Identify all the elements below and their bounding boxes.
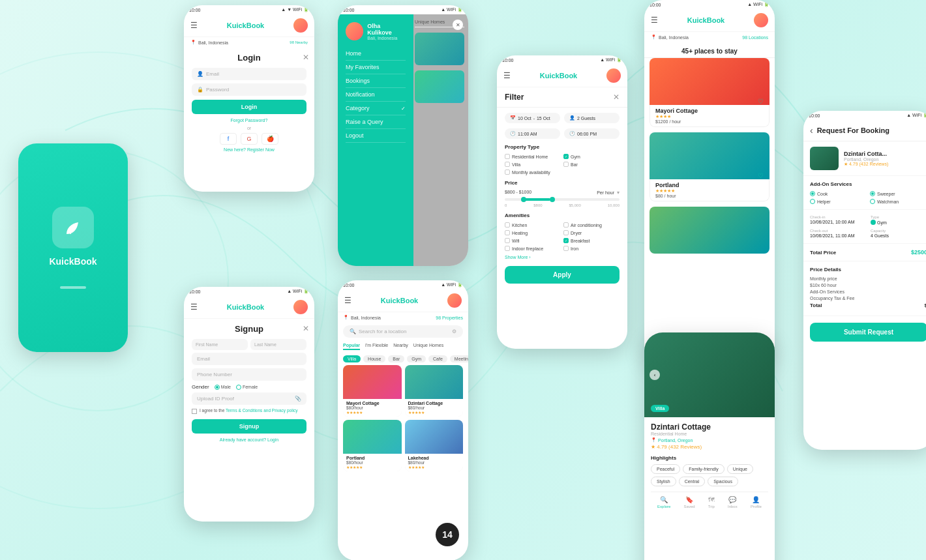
fav-icon-portland[interactable]: ♡: [758, 172, 764, 179]
pill-cafe[interactable]: Cafe: [428, 355, 447, 362]
pill-villa[interactable]: Villa: [343, 355, 361, 362]
sidebar-item-notification[interactable]: Notification: [346, 88, 406, 102]
addon-helper[interactable]: Helper: [810, 199, 867, 204]
checkbox-bar[interactable]: Bar: [563, 162, 620, 167]
pill-meeting[interactable]: Meeting: [450, 355, 468, 362]
male-radio[interactable]: Male: [215, 385, 231, 390]
checkbox-kitchen-box[interactable]: [505, 222, 510, 228]
apply-button[interactable]: Apply: [505, 266, 620, 284]
checkbox-villa[interactable]: Villa: [505, 162, 561, 167]
first-name-field[interactable]: First Name: [192, 339, 248, 350]
nav-trip[interactable]: 🗺 Trip: [708, 496, 715, 508]
tab-popular[interactable]: Popular: [343, 343, 360, 350]
sidebar-item-category[interactable]: Category ✓: [346, 102, 406, 115]
pill-house[interactable]: House: [363, 355, 385, 362]
fav-icon-mayori[interactable]: ♡: [758, 98, 764, 105]
facebook-button[interactable]: f: [220, 133, 237, 145]
home-search[interactable]: 🔍 Search for a location ⚙: [343, 325, 463, 338]
phone-field[interactable]: Phone Number: [192, 368, 306, 381]
addon-cook[interactable]: Cook: [810, 191, 867, 196]
hamburger-icon-detail[interactable]: ☰: [651, 16, 658, 25]
upload-field[interactable]: Upload ID Proof 📎: [192, 392, 306, 405]
checkbox-gym[interactable]: ✓ Gym: [563, 154, 620, 159]
checkbox-iron[interactable]: Iron: [563, 246, 620, 251]
checkbox-wifi-box[interactable]: [505, 238, 510, 243]
property-card-1[interactable]: Mayori Cottage $80/hour ★★★★★: [343, 365, 402, 417]
hamburger-icon[interactable]: ☰: [190, 21, 198, 30]
nav-inbox[interactable]: 💬 Inbox: [728, 496, 738, 508]
sidebar-item-bookings[interactable]: Bookings: [346, 74, 406, 88]
nav-explore[interactable]: 🔍 Explore: [657, 496, 670, 508]
tab-flexible[interactable]: I'm Flexible: [365, 343, 388, 350]
pill-gym[interactable]: Gym: [407, 355, 426, 362]
addon-watchman[interactable]: Watchman: [870, 199, 926, 204]
time-to-pill[interactable]: 🕐 06:00 PM: [564, 128, 620, 139]
checkbox-gym-box[interactable]: ✓: [563, 154, 569, 159]
addon-sweeper[interactable]: Sweeper: [870, 191, 926, 196]
email-field[interactable]: 👤 Email: [192, 68, 306, 80]
detail-card-mayori[interactable]: ♡ Mayori Cottage ★★★★ $1200 / hour: [650, 58, 769, 127]
tab-unique[interactable]: Unique Homes: [413, 343, 443, 350]
chevron-down-icon[interactable]: ▾: [617, 190, 620, 196]
signup-button[interactable]: Signup: [192, 419, 306, 434]
price-slider[interactable]: [505, 198, 620, 201]
property-card-3[interactable]: Portland $80/hour ★★★★★: [343, 420, 402, 471]
checkbox-heating[interactable]: Heating: [505, 230, 561, 235]
checkbox-aircon-box[interactable]: [563, 222, 569, 228]
terms-link[interactable]: Terms & Conditions and Privacy policy: [226, 408, 298, 413]
hamburger-icon-home[interactable]: ☰: [344, 296, 351, 305]
password-field[interactable]: 🔒 Password: [192, 83, 306, 96]
terms-checkbox[interactable]: [192, 409, 197, 414]
last-name-field[interactable]: Last Name: [250, 339, 306, 350]
apple-button[interactable]: 🍎: [261, 133, 278, 145]
hamburger-icon-signup[interactable]: ☰: [190, 302, 198, 312]
sidebar-item-favorites[interactable]: My Favorites: [346, 61, 406, 74]
close-btn[interactable]: ✕: [303, 53, 309, 62]
detail-card-3[interactable]: [650, 207, 769, 254]
login-link[interactable]: Login: [267, 437, 278, 442]
property-card-4[interactable]: Lakehead $80/hour ★★★★★: [405, 420, 464, 471]
detail-card-portland[interactable]: ♡ Portland ★★★★★ $80 / hour: [650, 132, 769, 201]
nav-saved[interactable]: 🔖 Saved: [684, 496, 695, 508]
checkbox-heating-box[interactable]: [505, 230, 510, 235]
sidebar-item-raise-query[interactable]: Raise a Query: [346, 115, 406, 129]
checkbox-wifi[interactable]: Wifi: [505, 238, 561, 243]
checkbox-breakfast-box[interactable]: ✓: [563, 238, 569, 243]
time-from-pill[interactable]: 🕐 11:00 AM: [505, 128, 560, 139]
checkbox-fireplace-box[interactable]: [505, 246, 510, 251]
pill-bar[interactable]: Bar: [388, 355, 404, 362]
checkbox-iron-box[interactable]: [563, 246, 569, 251]
back-arrow-icon[interactable]: ‹: [810, 125, 813, 136]
filter-icon[interactable]: ⚙: [452, 329, 456, 334]
checkbox-residential[interactable]: Residential Home: [505, 154, 561, 159]
female-radio[interactable]: Female: [236, 385, 258, 390]
sidebar-item-home[interactable]: Home: [346, 47, 406, 61]
submit-request-button[interactable]: Submit Request: [810, 323, 926, 342]
checkbox-residential-box[interactable]: [505, 154, 510, 159]
google-button[interactable]: G: [241, 133, 258, 145]
checkbox-breakfast[interactable]: ✓ Breakfast: [563, 238, 620, 243]
date-from-pill[interactable]: 📅 10 Oct - 15 Oct: [505, 113, 560, 123]
nav-profile[interactable]: 👤 Profile: [751, 496, 762, 508]
signup-close-btn[interactable]: ✕: [303, 324, 309, 333]
show-more-link[interactable]: Show More ›: [505, 255, 620, 259]
checkbox-monthly[interactable]: Monthly availability: [505, 169, 620, 175]
checkbox-dryer[interactable]: Dryer: [563, 230, 620, 235]
prev-arrow-icon[interactable]: ‹: [650, 370, 660, 380]
price-thumb-left[interactable]: [521, 197, 526, 202]
hamburger-icon-filter[interactable]: ☰: [503, 71, 511, 80]
sidebar-item-logout[interactable]: Logout: [346, 129, 406, 143]
signup-email-field[interactable]: Email: [192, 353, 306, 365]
guests-pill[interactable]: 👤 2 Guests: [564, 113, 620, 123]
login-button[interactable]: Login: [192, 100, 306, 114]
sidebar-close-button[interactable]: ✕: [453, 20, 463, 30]
checkbox-fireplace[interactable]: Indoor fireplace: [505, 246, 561, 251]
checkbox-bar-box[interactable]: [563, 162, 569, 167]
checkbox-dryer-box[interactable]: [563, 230, 569, 235]
filter-close-btn[interactable]: ✕: [613, 93, 620, 102]
checkbox-monthly-box[interactable]: [505, 169, 510, 175]
property-card-2[interactable]: Dzintari Cottage $80/hour ★★★★★: [405, 365, 464, 417]
checkbox-villa-box[interactable]: [505, 162, 510, 167]
tab-nearby[interactable]: Nearby: [393, 343, 408, 350]
checkbox-kitchen[interactable]: Kitchen: [505, 222, 561, 228]
